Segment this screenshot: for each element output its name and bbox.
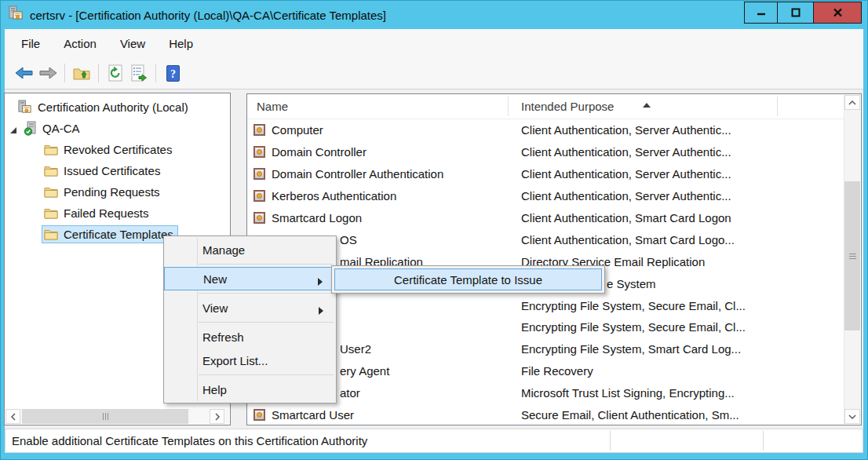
certsrv-window: certsrv - [Certification Authority (Loca… xyxy=(0,0,868,460)
table-row[interactable]: ator Microsoft Trust List Signing, Encry… xyxy=(247,382,844,404)
tree-item-pending-requests[interactable]: Pending Requests xyxy=(5,181,229,203)
ca-server-icon xyxy=(24,121,38,136)
close-button[interactable] xyxy=(813,2,862,24)
statusbar: Enable additional Certificate Templates … xyxy=(5,429,863,453)
context-menu: ManageNewViewRefreshExport List...Help xyxy=(163,235,337,403)
certification-authority-icon xyxy=(17,100,32,115)
template-name: User2 xyxy=(340,342,371,356)
titlebar[interactable]: certsrv - [Certification Authority (Loca… xyxy=(1,1,867,29)
folder-icon xyxy=(44,208,58,219)
template-name: Smartcard User xyxy=(272,408,354,422)
certificate-template-icon xyxy=(253,168,265,180)
submenu-arrow-icon xyxy=(318,275,323,288)
template-purpose: Encrypting File System, Secure Email, Cl… xyxy=(508,299,746,312)
template-name: OS xyxy=(340,233,357,246)
tree-item-issued-certificates[interactable]: Issued Certificates xyxy=(5,160,229,181)
menu-item-refresh[interactable]: Refresh xyxy=(164,325,336,349)
status-text: Enable additional Certificate Templates … xyxy=(12,434,367,447)
table-row[interactable]: User2 Encrypting File System, Smart Card… xyxy=(247,338,844,360)
menu-separator xyxy=(199,293,334,294)
table-row[interactable]: Encrypting File System, Secure Email, Cl… xyxy=(247,294,844,316)
maximize-button[interactable] xyxy=(777,2,814,24)
menubar: FileActionViewHelp xyxy=(5,29,863,57)
list-vertical-scrollbar[interactable] xyxy=(844,95,860,424)
export-list-icon[interactable] xyxy=(129,63,149,83)
list-header: Name Intended Purpose xyxy=(247,94,844,119)
tree-item-label: Issued Certificates xyxy=(64,164,160,177)
submenu-arrow-icon xyxy=(319,304,323,317)
template-name: ery Agent xyxy=(340,364,389,378)
maximize-icon xyxy=(790,8,801,17)
scrollbar-thumb[interactable] xyxy=(22,409,188,424)
table-row[interactable]: Smartcard User Secure Email, Client Auth… xyxy=(247,404,844,425)
status-divider xyxy=(610,431,611,451)
up-one-level-icon[interactable] xyxy=(71,63,92,83)
template-name: Domain Controller Authentication xyxy=(272,167,443,181)
table-row[interactable]: Kerberos Authentication Client Authentic… xyxy=(247,185,844,207)
certification-authority-icon xyxy=(8,5,24,24)
back-icon[interactable] xyxy=(14,63,35,83)
scroll-right-icon[interactable] xyxy=(210,409,224,424)
menu-item-view[interactable]: View xyxy=(164,296,336,319)
forward-icon[interactable] xyxy=(38,63,58,83)
minimize-icon xyxy=(756,8,767,17)
toolbar: ? xyxy=(5,57,863,89)
menubar-item-view[interactable]: View xyxy=(108,37,157,50)
certificate-template-icon xyxy=(253,146,265,158)
template-purpose: Client Authentication, Smart Card Logo..… xyxy=(508,233,735,246)
tree-item-label: Pending Requests xyxy=(64,185,160,199)
menubar-item-help[interactable]: Help xyxy=(157,37,205,50)
scrollbar-thumb[interactable] xyxy=(844,181,860,330)
column-divider[interactable] xyxy=(777,97,778,116)
tree-item-revoked-certificates[interactable]: Revoked Certificates xyxy=(5,139,229,160)
tree-item-qa-ca[interactable]: QA-CA xyxy=(5,118,229,139)
menu-item-export-list[interactable]: Export List... xyxy=(164,349,336,372)
certificate-template-icon xyxy=(253,124,265,136)
folder-icon xyxy=(44,187,58,198)
template-purpose: Client Authentication, Server Authentic.… xyxy=(508,145,731,159)
scroll-left-icon[interactable] xyxy=(5,409,20,424)
status-divider xyxy=(763,431,764,451)
menu-item-help[interactable]: Help xyxy=(164,378,336,401)
menubar-item-action[interactable]: Action xyxy=(52,37,108,50)
table-row[interactable]: Smartcard Logon Client Authentication, S… xyxy=(247,207,844,229)
window-title: certsrv - [Certification Authority (Loca… xyxy=(30,9,386,22)
template-purpose: Client Authentication, Server Authentic.… xyxy=(508,123,731,137)
menu-item-new[interactable]: New xyxy=(164,267,336,290)
menu-item-certificate-template-to-issue[interactable]: Certificate Template to Issue xyxy=(334,268,602,290)
menu-separator xyxy=(199,322,334,323)
template-purpose: File Recovery xyxy=(508,364,593,378)
certificate-template-icon xyxy=(253,409,265,421)
help-icon[interactable]: ? xyxy=(162,63,183,83)
table-row[interactable]: ery Agent File Recovery xyxy=(247,360,844,382)
column-header-name[interactable]: Name xyxy=(257,100,288,113)
table-row[interactable]: Encrypting File System, Secure Email, Cl… xyxy=(247,316,844,338)
tree-item-certification-authority[interactable]: Certification Authority (Local) xyxy=(5,97,229,118)
table-row[interactable]: Computer Client Authentication, Server A… xyxy=(247,119,844,141)
menu-separator xyxy=(199,264,334,265)
menu-item-manage[interactable]: Manage xyxy=(164,238,336,261)
tree-item-label: QA-CA xyxy=(42,122,80,135)
refresh-icon[interactable] xyxy=(105,63,126,83)
template-purpose: Encrypting File System, Smart Card Log..… xyxy=(508,342,741,356)
template-purpose: Client Authentication, Server Authentic.… xyxy=(508,189,731,203)
menubar-item-file[interactable]: File xyxy=(9,37,52,50)
certificate-template-icon xyxy=(253,212,265,224)
template-purpose: Encrypting File System, Secure Email, Cl… xyxy=(508,320,746,334)
scroll-up-icon[interactable] xyxy=(844,95,860,110)
table-row[interactable]: OS Client Authentication, Smart Card Log… xyxy=(247,228,844,250)
minimize-button[interactable] xyxy=(744,2,778,24)
svg-text:?: ? xyxy=(170,68,176,79)
collapse-twisty-icon[interactable] xyxy=(9,124,18,133)
folder-icon xyxy=(44,166,58,177)
tree-item-label: Certification Authority (Local) xyxy=(38,100,188,114)
table-row[interactable]: Domain Controller Authentication Client … xyxy=(247,163,844,185)
column-divider[interactable] xyxy=(508,97,509,116)
close-icon xyxy=(833,8,843,17)
tree-horizontal-scrollbar[interactable] xyxy=(5,409,229,424)
table-row[interactable]: Domain Controller Client Authentication,… xyxy=(247,141,844,163)
column-header-intended-purpose[interactable]: Intended Purpose xyxy=(521,100,614,113)
toolbar-separator xyxy=(64,64,65,82)
tree-item-failed-requests[interactable]: Failed Requests xyxy=(5,203,229,224)
scroll-down-icon[interactable] xyxy=(844,409,860,424)
